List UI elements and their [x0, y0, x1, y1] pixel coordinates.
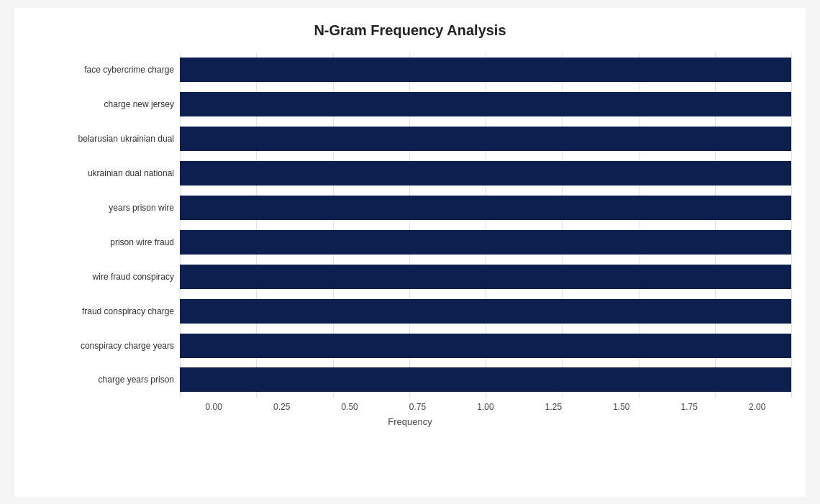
bar-row	[180, 91, 791, 118]
x-tick: 0.50	[316, 402, 383, 412]
bar-row	[180, 366, 791, 393]
y-axis-label: wire fraud conspiracy	[29, 262, 174, 291]
y-axis-label: belarusian ukrainian dual	[29, 124, 174, 153]
bar	[180, 265, 791, 289]
chart-area: face cybercrime chargecharge new jerseyb…	[29, 53, 791, 427]
bar-row	[180, 194, 791, 221]
x-tick: 0.00	[180, 402, 247, 412]
bar	[180, 161, 791, 185]
x-tick: 1.00	[452, 402, 519, 412]
bar	[180, 58, 791, 82]
x-tick: 1.50	[588, 402, 655, 412]
x-axis: 0.000.250.500.751.001.251.501.752.00	[180, 402, 791, 412]
x-tick: 2.00	[724, 402, 791, 412]
bar-row	[180, 160, 791, 187]
x-tick: 1.25	[519, 402, 587, 412]
x-axis-label: Frequency	[29, 416, 791, 427]
bar-row	[180, 263, 791, 290]
bar-row	[180, 298, 791, 325]
y-axis-label: face cybercrime charge	[29, 55, 174, 84]
bar-row	[180, 332, 791, 359]
bar-row	[180, 229, 791, 256]
x-tick: 0.75	[383, 402, 451, 412]
bar-row	[180, 56, 791, 83]
bars-wrapper	[180, 53, 791, 398]
y-axis-label: prison wire fraud	[29, 228, 174, 257]
bar	[180, 299, 791, 324]
bar	[180, 367, 791, 392]
y-axis-label: charge years prison	[29, 365, 174, 394]
bars-section: face cybercrime chargecharge new jerseyb…	[29, 53, 791, 398]
y-axis-label: conspiracy charge years	[29, 331, 174, 360]
bar	[180, 127, 791, 151]
y-axis-label: fraud conspiracy charge	[29, 297, 174, 326]
chart-title: N-Gram Frequency Analysis	[29, 22, 791, 39]
y-axis-label: charge new jersey	[29, 90, 174, 119]
bars-and-grid	[180, 53, 791, 398]
bar	[180, 92, 791, 116]
y-axis-label: ukrainian dual national	[29, 159, 174, 188]
y-axis: face cybercrime chargecharge new jerseyb…	[29, 53, 180, 398]
chart-container: N-Gram Frequency Analysis face cybercrim…	[14, 8, 806, 497]
bar	[180, 196, 791, 220]
grid-line	[791, 53, 792, 398]
bar	[180, 334, 791, 358]
x-tick: 1.75	[655, 402, 723, 412]
bar-row	[180, 125, 791, 152]
x-tick: 0.25	[247, 402, 315, 412]
y-axis-label: years prison wire	[29, 193, 174, 222]
bar	[180, 230, 791, 255]
